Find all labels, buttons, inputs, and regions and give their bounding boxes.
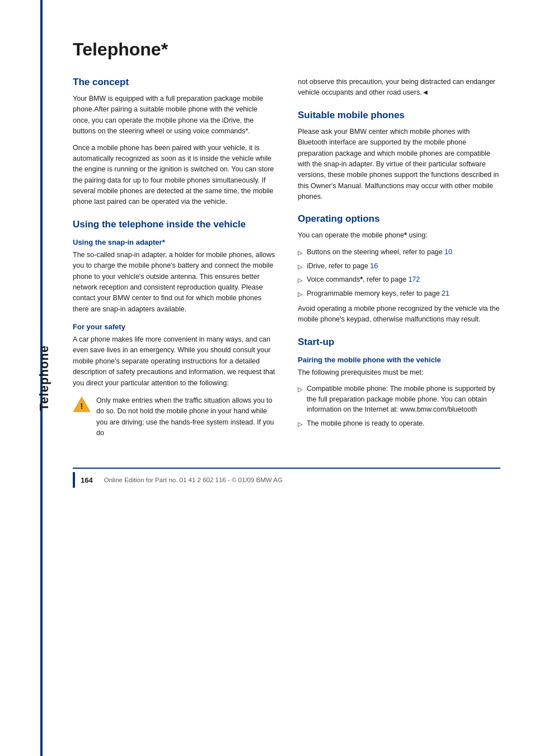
sidebar-label: Telephone: [37, 345, 51, 410]
page-container: Telephone Telephone* The concept Your BM…: [0, 0, 534, 756]
footer-text: Online Edition for Part no. 01 41 2 602 …: [104, 477, 283, 483]
pairing-intro: The following prerequisites must be met:: [298, 367, 500, 378]
list-item-text: Compatible mobile phone: The mobile phon…: [307, 384, 500, 415]
arrow-icon: ▷: [298, 248, 302, 258]
warning-icon: !: [73, 395, 91, 413]
concept-para-2: Once a mobile phone has been paired with…: [73, 143, 275, 208]
section-heading-suitable: Suitable mobile phones: [298, 110, 500, 121]
continuation-text: not observe this precaution, your being …: [298, 77, 500, 99]
subheading-snap-in: Using the snap-in adapter*: [73, 238, 275, 246]
svg-text:!: !: [81, 402, 83, 410]
section-heading-startup: Start-up: [298, 337, 500, 348]
operating-intro: You can operate the mobile phone* using:: [298, 230, 500, 241]
page-number: 164: [81, 476, 93, 484]
list-item-text: The mobile phone is ready to operate.: [307, 418, 425, 429]
list-item-text: Programmable memory keys, refer to page …: [307, 288, 449, 299]
warning-text: Only make entries when the traffic situa…: [96, 395, 275, 439]
safety-text: A car phone makes life more convenient i…: [73, 334, 275, 389]
operating-options-list: ▷ Buttons on the steering wheel, refer t…: [298, 247, 500, 299]
link-16[interactable]: 16: [370, 262, 378, 270]
content-area: Telephone* The concept Your BMW is equip…: [73, 34, 500, 488]
concept-para-1: Your BMW is equipped with a full prepara…: [73, 94, 275, 137]
left-column: The concept Your BMW is equipped with a …: [73, 77, 275, 451]
list-item-text: Voice commands*, refer to page 172: [307, 274, 420, 285]
operating-note: Avoid operating a mobile phone recognize…: [298, 304, 500, 325]
right-column: not observe this precaution, your being …: [298, 77, 500, 451]
arrow-icon: ▷: [298, 276, 302, 285]
list-item: ▷ Compatible mobile phone: The mobile ph…: [298, 384, 500, 415]
subheading-safety: For your safety: [73, 323, 275, 331]
arrow-icon: ▷: [298, 419, 302, 429]
list-item: ▷ Voice commands*, refer to page 172: [298, 274, 500, 285]
pairing-list: ▷ Compatible mobile phone: The mobile ph…: [298, 384, 500, 429]
link-21[interactable]: 21: [442, 290, 449, 297]
arrow-icon: ▷: [298, 290, 302, 299]
footer-bar: [73, 472, 75, 488]
suitable-text: Please ask your BMW center which mobile …: [298, 127, 500, 203]
footer-area: 164 Online Edition for Part no. 01 41 2 …: [73, 468, 500, 488]
snap-in-text: The so-called snap-in adapter, a holder …: [73, 250, 275, 315]
section-heading-operating: Operating options: [298, 213, 500, 225]
list-item: ▷ Programmable memory keys, refer to pag…: [298, 288, 500, 299]
arrow-icon: ▷: [298, 262, 302, 272]
list-item-text: iDrive, refer to page 16: [307, 261, 378, 272]
section-heading-telephone: Using the telephone inside the vehicle: [73, 219, 275, 230]
link-172[interactable]: 172: [408, 276, 420, 283]
link-10[interactable]: 10: [444, 248, 452, 256]
section-heading-concept: The concept: [73, 77, 275, 88]
list-item: ▷ Buttons on the steering wheel, refer t…: [298, 247, 500, 258]
subheading-pairing: Pairing the mobile phone with the vehicl…: [298, 356, 500, 364]
list-item: ▷ The mobile phone is ready to operate.: [298, 418, 500, 429]
arrow-icon: ▷: [298, 385, 302, 394]
page-title: Telephone*: [73, 34, 500, 60]
warning-box: ! Only make entries when the traffic sit…: [73, 395, 275, 445]
list-item-text: Buttons on the steering wheel, refer to …: [307, 247, 452, 258]
list-item: ▷ iDrive, refer to page 16: [298, 261, 500, 272]
